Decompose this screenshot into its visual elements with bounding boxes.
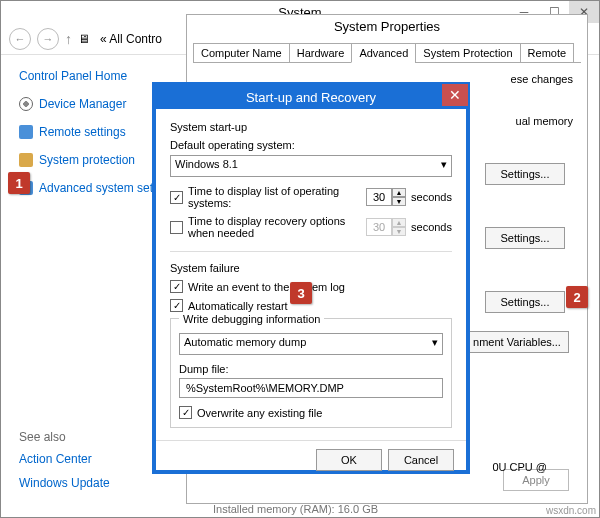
seconds-label: seconds: [411, 191, 452, 203]
device-manager-link[interactable]: Device Manager: [19, 97, 171, 111]
spin-up-icon: ▲: [392, 218, 406, 227]
close-icon[interactable]: ✕: [442, 84, 468, 106]
display-list-label: Time to display list of operating system…: [188, 185, 361, 209]
system-startup-group-label: System start-up: [170, 121, 452, 133]
os-select-value: Windows 8.1: [175, 158, 238, 170]
startup-body: System start-up Default operating system…: [156, 109, 466, 436]
dialog-buttons: OK Cancel: [156, 440, 466, 481]
note-text: ese changes: [511, 73, 573, 85]
watermark: wsxdn.com: [546, 505, 596, 516]
tab-system-protection[interactable]: System Protection: [415, 43, 520, 63]
monitor-icon: [19, 125, 33, 139]
up-button[interactable]: ↑: [65, 31, 72, 47]
advanced-system-settings-link[interactable]: Advanced system setti: [19, 181, 171, 195]
link-label: System protection: [39, 153, 135, 167]
default-os-label: Default operating system:: [170, 139, 452, 151]
write-event-checkbox[interactable]: ✓: [170, 280, 183, 293]
spin-down-icon: ▼: [392, 227, 406, 236]
overwrite-checkbox[interactable]: ✓: [179, 406, 192, 419]
tabstrip: Computer Name Hardware Advanced System P…: [193, 42, 581, 63]
computer-icon: 🖥: [78, 32, 90, 46]
default-os-select[interactable]: Windows 8.1 ▾: [170, 155, 452, 177]
auto-restart-label: Automatically restart: [188, 300, 288, 312]
dump-type-select[interactable]: Automatic memory dump ▾: [179, 333, 443, 355]
settings-button-startup[interactable]: Settings...: [485, 291, 565, 313]
debug-info-group: Write debugging information Automatic me…: [170, 318, 452, 428]
debug-group-label: Write debugging information: [179, 313, 324, 325]
ok-button[interactable]: OK: [316, 449, 382, 471]
display-recovery-checkbox[interactable]: [170, 221, 183, 234]
windows-update-link[interactable]: Windows Update: [19, 476, 171, 490]
breadcrumb[interactable]: « All Contro: [100, 32, 162, 46]
shield-icon: [19, 153, 33, 167]
divider: [170, 251, 452, 252]
dump-file-input[interactable]: [179, 378, 443, 398]
environment-variables-button[interactable]: nment Variables...: [465, 331, 569, 353]
tab-advanced[interactable]: Advanced: [351, 43, 416, 63]
tab-hardware[interactable]: Hardware: [289, 43, 353, 63]
spin-down-icon[interactable]: ▼: [392, 197, 406, 206]
display-recovery-label: Time to display recovery options when ne…: [188, 215, 361, 239]
display-list-spinner[interactable]: 30 ▲▼: [366, 188, 406, 206]
remote-settings-link[interactable]: Remote settings: [19, 125, 171, 139]
display-list-checkbox[interactable]: ✓: [170, 191, 183, 204]
settings-button-userprofiles[interactable]: Settings...: [485, 227, 565, 249]
annotation-badge-3: 3: [290, 282, 312, 304]
seconds-label: seconds: [411, 221, 452, 233]
gear-icon: [19, 97, 33, 111]
control-panel-sidebar: Control Panel Home Device Manager Remote…: [1, 55, 171, 516]
spin-up-icon[interactable]: ▲: [392, 188, 406, 197]
settings-button-performance[interactable]: Settings...: [485, 163, 565, 185]
vm-label-fragment: ual memory: [516, 115, 573, 127]
startup-titlebar: Start-up and Recovery ✕: [156, 86, 466, 109]
control-panel-home-link[interactable]: Control Panel Home: [19, 69, 171, 83]
action-center-link[interactable]: Action Center: [19, 452, 171, 466]
annotation-badge-1: 1: [8, 172, 30, 194]
system-protection-link[interactable]: System protection: [19, 153, 171, 167]
see-also-section: See also Action Center Windows Update: [19, 430, 171, 516]
installed-memory-text: Installed memory (RAM): 16.0 GB: [210, 500, 381, 518]
link-label: Device Manager: [39, 97, 126, 111]
cpu-text-fragment: 0U CPU @: [492, 461, 547, 473]
cancel-button[interactable]: Cancel: [388, 449, 454, 471]
spinner-value: 30: [366, 188, 392, 206]
display-recovery-spinner: 30 ▲▼: [366, 218, 406, 236]
tab-computer-name[interactable]: Computer Name: [193, 43, 290, 63]
startup-title-text: Start-up and Recovery: [246, 90, 376, 105]
see-also-heading: See also: [19, 430, 171, 444]
system-failure-group-label: System failure: [170, 262, 452, 274]
annotation-badge-2: 2: [566, 286, 588, 308]
write-event-label: Write an event to the system log: [188, 281, 345, 293]
system-properties-title: System Properties: [187, 15, 587, 38]
chevron-down-icon: ▾: [432, 336, 438, 349]
auto-restart-checkbox[interactable]: ✓: [170, 299, 183, 312]
dump-type-value: Automatic memory dump: [184, 336, 306, 348]
startup-recovery-dialog: Start-up and Recovery ✕ System start-up …: [152, 82, 470, 474]
link-label: Remote settings: [39, 125, 126, 139]
chevron-down-icon: ▾: [441, 158, 447, 171]
tab-remote[interactable]: Remote: [520, 43, 575, 63]
link-label: Advanced system setti: [39, 181, 159, 195]
overwrite-label: Overwrite any existing file: [197, 407, 322, 419]
dump-file-label: Dump file:: [179, 363, 443, 375]
back-button[interactable]: ←: [9, 28, 31, 50]
forward-button[interactable]: →: [37, 28, 59, 50]
spinner-value: 30: [366, 218, 392, 236]
